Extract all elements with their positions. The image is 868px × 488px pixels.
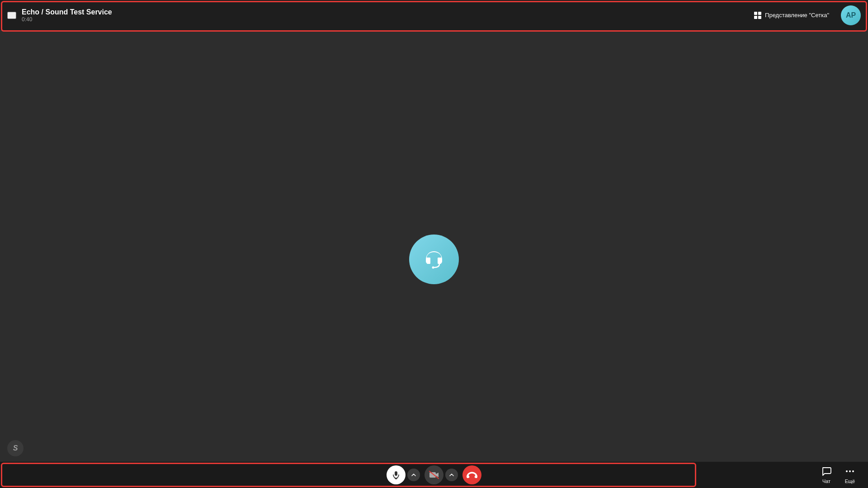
call-timer: 0:40: [22, 16, 112, 23]
svg-rect-1: [438, 258, 441, 264]
toolbar-right: Чат Ещё: [816, 464, 868, 486]
skype-logo: S: [7, 440, 24, 456]
camera-button[interactable]: [425, 465, 443, 484]
headset-icon: [421, 247, 447, 272]
svg-rect-5: [429, 472, 436, 478]
grid-view-button[interactable]: Представление "Сетка": [750, 9, 834, 22]
grid-view-label: Представление "Сетка": [765, 12, 829, 19]
toolbar-center: [387, 465, 481, 484]
end-call-button[interactable]: [462, 465, 481, 484]
avatar-initials: AP: [846, 11, 856, 19]
header-left: Echo / Sound Test Service 0:40: [7, 8, 750, 23]
chat-icon: [821, 466, 832, 477]
main-area: [0, 31, 868, 488]
svg-rect-0: [427, 258, 430, 264]
title-block: Echo / Sound Test Service 0:40: [22, 8, 112, 23]
svg-point-9: [846, 470, 848, 472]
header: Echo / Sound Test Service 0:40 Представл…: [0, 0, 868, 31]
svg-rect-3: [395, 471, 397, 476]
skype-letter: S: [13, 444, 18, 452]
mic-chevron-up-icon: [411, 474, 416, 476]
mic-button[interactable]: [387, 465, 406, 484]
header-right: Представление "Сетка" AP: [750, 5, 861, 25]
camera-chevron-up-icon: [449, 474, 454, 476]
svg-point-10: [849, 470, 851, 472]
chat-button[interactable]: Чат: [816, 464, 837, 486]
camera-options-button[interactable]: [445, 469, 458, 481]
grid-icon: [754, 12, 761, 19]
svg-point-2: [432, 267, 434, 269]
caller-avatar: [409, 235, 459, 284]
mic-icon: [392, 470, 401, 479]
more-label: Ещё: [845, 479, 855, 484]
more-button[interactable]: Ещё: [839, 464, 861, 486]
svg-point-11: [852, 470, 854, 472]
call-title: Echo / Sound Test Service: [22, 8, 112, 16]
end-call-icon: [467, 472, 477, 478]
mic-options-button[interactable]: [407, 469, 420, 481]
camera-off-icon: [429, 471, 439, 479]
more-icon: [844, 466, 855, 477]
user-avatar[interactable]: AP: [841, 5, 861, 25]
chat-label: Чат: [822, 479, 830, 484]
menu-button[interactable]: [7, 12, 16, 19]
bottom-toolbar: Чат Ещё: [0, 462, 868, 488]
